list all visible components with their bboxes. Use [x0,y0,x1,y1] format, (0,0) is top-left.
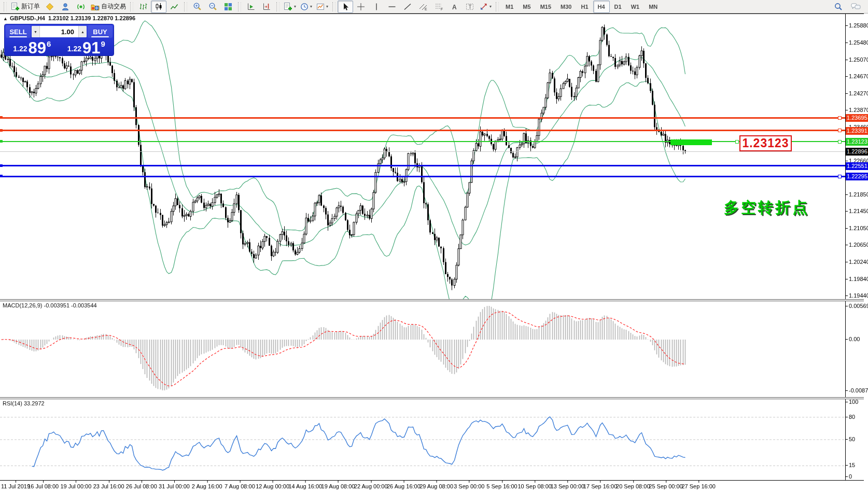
price-callout-box[interactable]: 1.23123 [739,135,792,151]
timeframe-label: M1 [503,4,516,10]
zoom-in-button[interactable] [189,1,205,13]
dropdown-caret-icon: ▾ [310,4,312,9]
line-drag-marker[interactable] [838,140,842,144]
search-button[interactable] [830,1,846,13]
buy-button[interactable]: BUY [88,25,113,38]
sell-price[interactable]: 1.22 89 6 [6,38,59,55]
fibonacci-icon: F [435,3,443,11]
symbol-title: GBPUSD-,H4 [10,15,45,21]
text-label-button[interactable]: T [462,1,478,13]
timeframe-d1[interactable]: D1 [610,1,626,13]
chat-icon [851,3,861,11]
price-tick-label: 1.25480 [849,39,868,46]
timeframe-h1[interactable]: H1 [576,1,593,13]
trendline-button[interactable] [400,1,415,13]
line-drag-marker[interactable] [838,175,842,178]
template-icon [316,3,325,11]
volume-value[interactable]: 1.00 [40,26,78,37]
market-button[interactable] [58,1,73,13]
time-axis-label: 27 Sep 16:00 [681,483,715,489]
timeframe-w1[interactable]: W1 [626,1,645,13]
price-line-123123[interactable] [0,141,845,142]
tile-windows-button[interactable] [220,1,236,13]
line-chart-button[interactable] [166,1,182,13]
timeframe-m1[interactable]: M1 [501,1,518,13]
line-left-marker[interactable] [0,116,3,119]
autotrading-button[interactable]: 自动交易 [89,1,128,13]
time-axis-label: 26 Aug 16:00 [387,483,421,489]
fibonacci-button[interactable]: F [431,1,446,13]
macd-label: MACD(12,26,9) -0.003951 -0.003544 [3,302,97,308]
timeframe-m15[interactable]: M15 [536,1,556,13]
indicators-button[interactable]: ▾ [282,1,298,13]
timeframe-m5[interactable]: M5 [518,1,535,13]
line-left-marker[interactable] [0,164,3,167]
dropdown-caret-icon: ▾ [294,4,296,9]
line-drag-marker[interactable] [838,116,842,120]
text-t-icon: T [466,3,474,11]
timeframe-label: W1 [628,4,642,10]
time-axis-label: 16 Jul 08:00 [27,483,59,489]
toolbar-right-group [830,1,866,13]
timeframe-h4[interactable]: H4 [593,1,610,13]
crosshair-icon [357,3,365,11]
arrows-button[interactable]: ▾ [478,1,494,13]
arrows-icon [480,3,488,11]
price-line-123391[interactable] [0,130,845,131]
rsi-pane-separator[interactable] [0,397,864,399]
price-line-123695[interactable] [0,117,845,119]
signals-button[interactable] [73,1,89,13]
price-line-122295[interactable] [0,176,845,177]
chart-ohlc-title: ▲GBPUSD-,H4 1.23102 1.23139 1.22870 1.22… [3,15,135,21]
price-tick-label: 1.21450 [849,208,868,214]
green-highlight-rectangle[interactable] [670,139,712,145]
line-drag-marker[interactable] [838,129,842,132]
text-button[interactable]: A [446,1,462,13]
bar-chart-button[interactable] [135,1,151,13]
svg-text:A: A [452,3,457,10]
macd-pane-separator[interactable] [0,299,864,301]
chart-canvas[interactable] [0,0,868,492]
signal-icon [77,3,85,11]
sell-button[interactable]: SELL [6,25,31,38]
time-axis-label: 7 Aug 08:00 [225,483,255,489]
time-axis-label: 19 Aug 08:00 [321,483,355,489]
vertical-line-button[interactable] [369,1,384,13]
price-tick-label: 1.20240 [849,259,868,265]
trendline-icon [403,3,412,11]
toolbar-grip [238,2,241,11]
chart-shift-icon [262,3,271,11]
volume-decrease-button[interactable]: ▼ [32,26,40,37]
turning-point-text[interactable]: 多空转折点 [724,198,809,218]
price-tick-label: 1.19840 [849,276,868,282]
volume-increase-button[interactable]: ▲ [78,26,87,37]
price-tick-label: 1.25880 [849,22,868,29]
buy-price[interactable]: 1.22 91 9 [60,38,113,55]
candlestick-chart-button[interactable] [151,1,166,13]
new-order-button[interactable]: 新订单 [9,1,42,13]
chat-button[interactable] [848,1,863,13]
crosshair-button[interactable] [353,1,369,13]
horizontal-line-button[interactable] [384,1,400,13]
line-left-marker[interactable] [0,175,3,177]
timeframe-mn[interactable]: MN [644,1,662,13]
line-left-marker[interactable] [0,140,3,143]
line-left-marker[interactable] [0,129,3,132]
templates-button[interactable]: ▾ [314,1,330,13]
zoom-out-button[interactable] [205,1,220,13]
equidistant-channel-button[interactable]: E [415,1,431,13]
quote-panel-collapse-icon[interactable]: ▲ [3,16,8,21]
sell-price-base: 1.22 [13,45,27,54]
price-line-122551[interactable] [0,165,845,166]
buy-price-pip: 9 [101,38,105,48]
timeframe-label: M15 [538,4,554,10]
one-click-trading-panel: SELL ▼ 1.00 ▲ BUY 1.22 89 6 1.22 91 9 [4,24,114,56]
line-anchor-marker[interactable] [735,140,739,144]
timeframe-m30[interactable]: M30 [556,1,576,13]
sell-price-big: 89 [28,41,46,54]
periods-button[interactable]: ▾ [298,1,314,13]
metaeditor-button[interactable] [42,1,58,13]
auto-scroll-button[interactable] [243,1,259,13]
cursor-button[interactable] [338,1,353,13]
chart-shift-button[interactable] [259,1,274,13]
